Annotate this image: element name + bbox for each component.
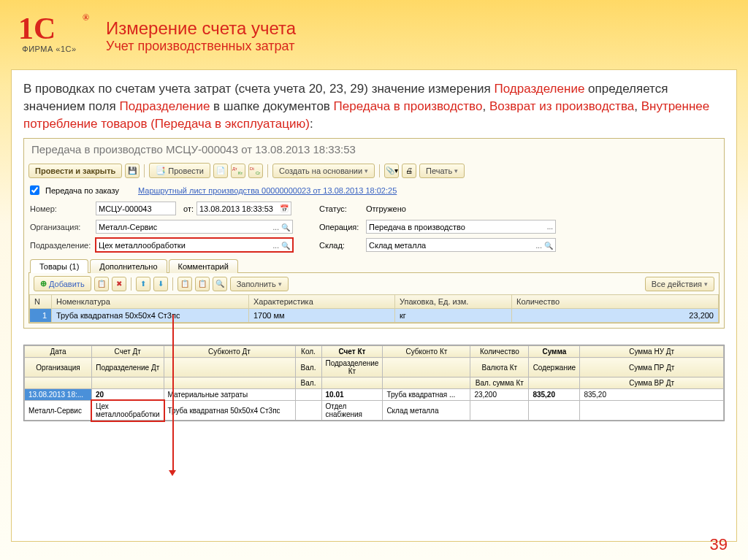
arrow-head-icon bbox=[169, 470, 176, 476]
tab-goods[interactable]: Товары (1) bbox=[30, 259, 88, 273]
content-area: В проводках по счетам учета затрат (счет… bbox=[11, 69, 737, 542]
grid-toolbar: ⊕ Добавить 📋 ✖ ⬆ ⬇ 📋 📋 🔍 Заполнить Все д… bbox=[29, 273, 719, 294]
ph-nu: Сумма НУ Дт bbox=[580, 346, 724, 358]
col-quantity[interactable]: Количество bbox=[512, 295, 719, 309]
ph-subdt: Субконто Дт bbox=[164, 346, 295, 358]
order-checkbox[interactable] bbox=[30, 185, 39, 195]
report-icon[interactable]: 📄 bbox=[213, 164, 228, 178]
warehouse-label: Склад: bbox=[319, 241, 363, 250]
col-characteristic[interactable]: Характеристика bbox=[249, 295, 395, 309]
route-link[interactable]: Маршрутный лист производства 00000000023… bbox=[138, 186, 397, 195]
post-and-close-button[interactable]: Провести и закрыть bbox=[28, 164, 122, 178]
document-window: Передача в производство МСЦУ-000043 от 1… bbox=[23, 138, 725, 329]
tab-comment[interactable]: Комментарий bbox=[169, 259, 238, 273]
svg-text:Cr: Cr bbox=[256, 171, 260, 175]
find-icon[interactable]: 🔍 bbox=[213, 277, 227, 291]
page-title-block: Измерение счета учета Учет производствен… bbox=[106, 18, 296, 54]
ph-valkt: Валюта Кт bbox=[470, 358, 529, 377]
page-number: 39 bbox=[710, 535, 728, 554]
operation-label: Операция: bbox=[319, 223, 363, 231]
add-button[interactable]: ⊕ Добавить bbox=[34, 276, 91, 291]
goods-table: N Номенклатура Характеристика Упаковка, … bbox=[29, 294, 719, 323]
ph-pr: Сумма ПР Дт bbox=[580, 358, 724, 377]
col-package[interactable]: Упаковка, Ед. изм. bbox=[395, 295, 512, 309]
org-input[interactable]: Металл-Сервис... 🔍 bbox=[96, 220, 293, 234]
date-input[interactable]: 13.08.2013 18:33:53📅 bbox=[196, 202, 291, 215]
page-title: Измерение счета учета bbox=[106, 18, 296, 39]
posting-row[interactable]: 13.08.2013 18:... 20 Материальные затрат… bbox=[25, 389, 724, 401]
warehouse-input[interactable]: Склад металла... 🔍 bbox=[366, 238, 556, 252]
tab-additional[interactable]: Дополнительно bbox=[90, 259, 167, 273]
operation-input[interactable]: Передача в производство... bbox=[366, 220, 556, 234]
print-button[interactable]: Печать bbox=[419, 164, 465, 178]
ph-acckt: Счет Кт bbox=[321, 346, 383, 358]
status-value: Отгружено bbox=[366, 204, 406, 213]
create-based-button[interactable]: Создать на основании bbox=[272, 164, 375, 178]
ph-date: Дата bbox=[25, 346, 92, 358]
dtkt2-icon[interactable]: DtCr bbox=[248, 164, 263, 178]
all-actions-button[interactable]: Все действия bbox=[645, 277, 714, 291]
order-checkbox-label: Передача по заказу bbox=[45, 186, 119, 195]
ph-valsum: Вал. сумма Кт bbox=[470, 377, 529, 389]
fill-button[interactable]: Заполнить bbox=[230, 277, 289, 291]
number-input[interactable]: МСЦУ-000043 bbox=[96, 202, 176, 215]
col-n[interactable]: N bbox=[30, 295, 52, 309]
toolbar: Провести и закрыть 💾 📑 Провести 📄 ДтКт D… bbox=[24, 160, 724, 184]
movedown-icon[interactable]: ⬇ bbox=[153, 277, 168, 291]
org-label: Организация: bbox=[30, 223, 93, 231]
postings-table: Дата Счет Дт Субконто Дт Кол. Счет Кт Су… bbox=[23, 345, 725, 421]
paste-icon[interactable]: 📋 bbox=[178, 277, 192, 291]
tab-body: ⊕ Добавить 📋 ✖ ⬆ ⬇ 📋 📋 🔍 Заполнить Все д… bbox=[28, 272, 720, 323]
dept-input[interactable]: Цех металлообработки... 🔍 bbox=[96, 238, 293, 252]
attach-icon[interactable]: 📎▾ bbox=[384, 164, 399, 178]
ph-vr: Сумма ВР Дт bbox=[580, 377, 724, 389]
svg-text:Кт: Кт bbox=[238, 171, 243, 175]
logo-brand: 1C bbox=[18, 11, 80, 46]
order-checkbox-row: Передача по заказу Маршрутный лист произ… bbox=[24, 184, 724, 199]
dept-cell-highlighted: Цех металлообработки bbox=[92, 401, 164, 421]
ph-val2: Вал. bbox=[295, 377, 321, 389]
delete-icon[interactable]: ✖ bbox=[112, 277, 126, 291]
ph-deptkt: Подразделение Кт bbox=[321, 358, 383, 377]
table-row[interactable]: 1 Труба квадратная 50x50x4 Ст3пс 1700 мм… bbox=[30, 309, 719, 323]
print-icon[interactable]: 🖨 bbox=[402, 164, 416, 178]
arrow-connector bbox=[172, 315, 174, 472]
tabs: Товары (1) Дополнительно Комментарий bbox=[24, 254, 724, 272]
ph-sum: Сумма bbox=[529, 346, 580, 358]
logo: 1C ФИРМА «1С» bbox=[18, 11, 80, 53]
intro-text: В проводках по счетам учета затрат (счет… bbox=[23, 80, 725, 132]
date-label: от: bbox=[183, 204, 194, 213]
dtkt-icon[interactable]: ДтКт bbox=[231, 164, 245, 178]
col-nomenclature[interactable]: Номенклатура bbox=[52, 295, 249, 309]
page-subtitle: Учет производственных затрат bbox=[106, 39, 296, 54]
ph-val: Вал. bbox=[295, 358, 321, 377]
ph-org: Организация bbox=[25, 358, 92, 377]
status-label: Статус: bbox=[319, 204, 363, 213]
ph-kol: Кол. bbox=[295, 346, 321, 358]
post-button[interactable]: 📑 Провести bbox=[149, 163, 210, 178]
select-icon[interactable]: 📋 bbox=[195, 277, 210, 291]
moveup-icon[interactable]: ⬆ bbox=[136, 277, 150, 291]
svg-text:Дт: Дт bbox=[232, 166, 237, 171]
document-title: Передача в производство МСЦУ-000043 от 1… bbox=[24, 139, 724, 160]
ph-deptdt: Подразделение Дт bbox=[92, 358, 164, 377]
dept-label: Подразделение: bbox=[30, 241, 93, 250]
save-icon[interactable]: 💾 bbox=[125, 164, 140, 178]
ph-accdt: Счет Дт bbox=[92, 346, 164, 358]
svg-text:Dt: Dt bbox=[250, 166, 254, 171]
ph-subkt: Субконто Кт bbox=[383, 346, 470, 358]
copy-icon[interactable]: 📋 bbox=[94, 277, 109, 291]
posting-row[interactable]: Металл-Сервис Цех металлообработки Труба… bbox=[25, 401, 724, 421]
ph-qty: Количество bbox=[470, 346, 529, 358]
number-label: Номер: bbox=[30, 204, 93, 213]
ph-content: Содержание bbox=[529, 358, 580, 377]
